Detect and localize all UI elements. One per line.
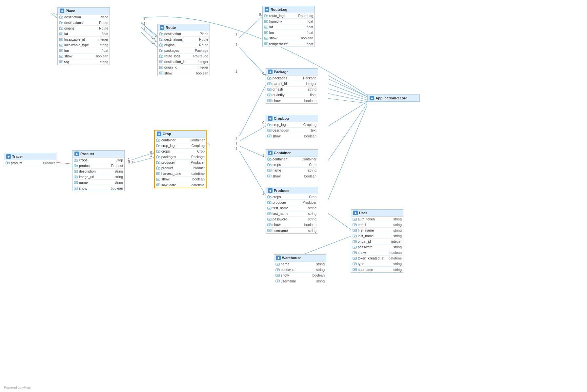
entity-route[interactable]: ◆RoutedestinationPlacedestinationsRouteo… <box>157 24 210 76</box>
table-row: cropsCrop <box>155 149 206 154</box>
field-type: float <box>307 25 313 29</box>
field-type: text <box>311 128 316 132</box>
field-type: Crop <box>309 163 316 167</box>
entity-routelog[interactable]: ◆RouteLogroute_logsRouteLoghumidityfloat… <box>262 6 315 47</box>
field-type: CropLog <box>192 144 205 148</box>
svg-rect-142 <box>156 167 158 169</box>
svg-rect-123 <box>158 140 160 141</box>
table-row: productProduct <box>155 165 206 171</box>
attr-icon <box>267 206 272 210</box>
entity-crop[interactable]: ◆CropcontainerContainercrop_logsCropLogc… <box>154 130 207 188</box>
entity-product[interactable]: ◆ProductcropsCropproductProductdescripti… <box>72 150 125 191</box>
fk-icon <box>159 37 163 42</box>
field-name: first_name <box>273 206 305 210</box>
svg-rect-185 <box>268 158 269 160</box>
entity-user[interactable]: ◆Userauth_tokenstringemailstringfirst_na… <box>351 209 403 273</box>
field-type: string <box>308 168 316 172</box>
entity-applicationrecord[interactable]: ◆ApplicationRecord <box>367 94 420 102</box>
svg-line-10 <box>328 98 367 103</box>
entity-header-croplog: ◆CropLog <box>266 115 318 122</box>
attr-icon <box>264 36 268 40</box>
field-name: crops <box>273 163 306 167</box>
attr-icon <box>264 25 268 29</box>
svg-line-20 <box>328 105 367 200</box>
table-row: packagesPackage <box>266 75 318 81</box>
field-name: name <box>281 262 314 266</box>
fk-icon <box>159 32 163 36</box>
field-name: show <box>64 54 93 58</box>
table-row: typestring <box>351 261 403 267</box>
entity-warehouse[interactable]: ◆Warehousenamestringpasswordstringshowbo… <box>274 254 326 284</box>
fk-icon <box>267 76 272 80</box>
entity-name: Route <box>166 26 176 30</box>
entity-tracer[interactable]: ◆TracerproductProduct <box>4 153 56 166</box>
field-name: crop_logs <box>273 123 301 127</box>
field-type: float <box>307 19 313 23</box>
attr-icon <box>275 273 280 278</box>
field-type: string <box>114 180 123 184</box>
table-row: cropsCrop <box>266 194 318 200</box>
field-name: username <box>273 229 305 233</box>
fk-icon <box>59 21 63 25</box>
attr-icon <box>267 217 272 221</box>
fk-icon <box>159 49 163 53</box>
field-type: integer <box>198 60 208 64</box>
table-row: showboolean <box>266 98 318 103</box>
svg-rect-126 <box>156 145 158 147</box>
field-type: RouteLog <box>193 54 208 58</box>
attr-icon <box>59 54 63 58</box>
table-row: latfloat <box>263 24 314 30</box>
entity-header-place: ◆Place <box>58 8 110 14</box>
svg-line-2 <box>141 32 157 48</box>
svg-rect-176 <box>270 124 271 126</box>
attr-icon <box>74 186 78 190</box>
svg-rect-143 <box>158 168 160 169</box>
attr-icon <box>267 134 272 138</box>
attr-icon <box>353 223 357 227</box>
attr-icon <box>59 37 63 42</box>
table-row: first_namestring <box>351 228 403 233</box>
entity-icon: ◆ <box>268 151 273 155</box>
field-name: product <box>79 164 109 168</box>
field-type: boolean <box>196 71 208 75</box>
entity-package[interactable]: ◆PackagepackagesPackageparent_idintegerq… <box>266 68 318 104</box>
entity-name: Container <box>274 151 291 155</box>
attr-icon <box>267 98 272 103</box>
fk-icon <box>159 43 163 47</box>
entity-icon: ◆ <box>6 154 11 159</box>
entity-name: ApplicationRecord <box>375 96 408 100</box>
entity-container[interactable]: ◆ContainercontainerContainercropsCropnam… <box>266 149 318 179</box>
table-row: humidityfloat <box>263 19 314 24</box>
entity-producer[interactable]: ◆ProducercropsCropproducerProducerfirst_… <box>266 187 318 234</box>
multiplicity-label: 1 <box>235 142 237 146</box>
multiplicity-label: 1 <box>144 22 146 26</box>
svg-rect-58 <box>159 33 161 35</box>
table-row: showboolean <box>72 185 124 191</box>
svg-rect-175 <box>268 124 269 126</box>
svg-line-0 <box>141 22 157 38</box>
entity-name: User <box>359 211 367 215</box>
table-row: passwordstring <box>351 244 403 250</box>
entity-croplog[interactable]: ◆CropLogcrop_logsCropLogdescriptiontexts… <box>266 115 318 139</box>
entity-place[interactable]: ◆PlacedestinationPlacedestinationsRouteo… <box>57 7 110 65</box>
table-row: sow_datedatetime <box>155 182 206 188</box>
table-row: latfloat <box>58 31 110 37</box>
field-type: Container <box>190 138 205 142</box>
table-row: packagesPackage <box>158 48 210 53</box>
field-name: destinations <box>164 37 196 41</box>
field-type: string <box>100 43 108 47</box>
table-row: showboolean <box>266 133 318 139</box>
field-type: Product <box>111 164 123 168</box>
attr-icon <box>159 65 163 70</box>
field-name: show <box>273 223 302 227</box>
field-name: password <box>273 217 305 221</box>
field-name: show <box>269 36 298 40</box>
field-type: Package <box>191 155 205 159</box>
fk-icon <box>267 200 272 205</box>
svg-rect-131 <box>158 151 160 153</box>
svg-line-23 <box>328 213 351 230</box>
field-type: Product <box>43 161 55 165</box>
field-name: show <box>281 273 310 277</box>
attr-icon <box>267 168 272 173</box>
fk-icon <box>156 138 160 142</box>
